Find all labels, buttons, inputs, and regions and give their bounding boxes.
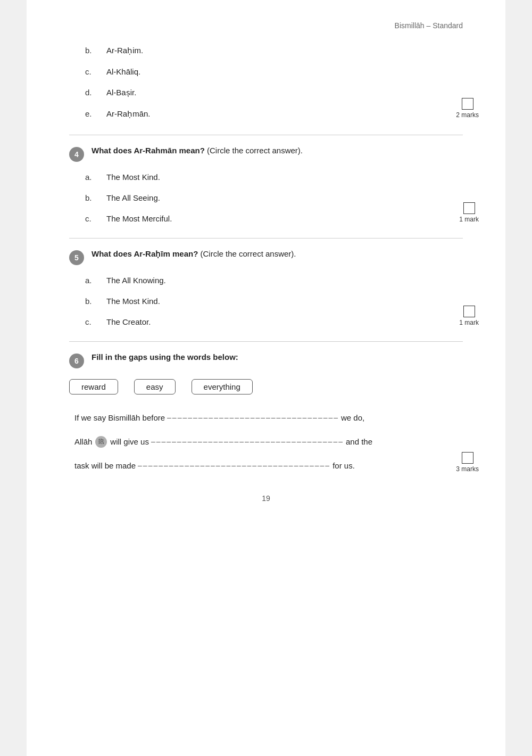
checkbox-list <box>462 98 473 110</box>
question-4-instruction: (Circle the correct answer). <box>205 146 303 155</box>
list-item: d. Al-Baṣir. <box>85 88 463 97</box>
page-number: 19 <box>262 494 270 503</box>
list-item: b. The All Seeing. <box>85 193 463 202</box>
question-6-text: Fill in the gaps using the words below: <box>92 352 238 361</box>
fill-line-3-dashes: ––––––––––––––––––––––––––––––––––––– <box>138 459 330 472</box>
question-5-section: 5 What does Ar-Raḥīm mean? (Circle the c… <box>69 249 463 326</box>
q5-option-text-c: The Creator. <box>106 317 151 326</box>
fill-line-3-after: for us. <box>332 458 355 473</box>
checkbox-q5 <box>463 306 475 317</box>
checkbox-q6 <box>462 452 473 464</box>
page-footer: 19 <box>69 494 463 503</box>
option-label-d: d. <box>85 88 106 97</box>
option-text-d: Al-Baṣir. <box>106 88 136 97</box>
fill-line-1: If we say Bismillāh before –––––––––––––… <box>74 410 463 425</box>
question-4-section: 4 What does Ar-Rahmān mean? (Circle the … <box>69 146 463 223</box>
question-5-header: 5 What does Ar-Raḥīm mean? (Circle the c… <box>69 249 463 265</box>
marks-label-q6: 3 marks <box>456 465 479 473</box>
q5-option-label-a: a. <box>85 276 106 285</box>
list-item: a. The All Knowing. <box>85 276 463 285</box>
word-chip-reward: reward <box>69 379 118 395</box>
q5-option-label-c: c. <box>85 317 106 326</box>
q4-options: a. The Most Kind. b. The All Seeing. c. … <box>85 172 463 223</box>
fill-line-1-before: If we say Bismillāh before <box>74 410 165 425</box>
list-item: c. The Creator. <box>85 317 463 326</box>
option-label-b: b. <box>85 46 106 55</box>
marks-box-q4: 1 mark <box>459 202 479 223</box>
question-6-section: 6 Fill in the gaps using the words below… <box>69 352 463 473</box>
fill-line-3-before: task will be made <box>74 458 136 473</box>
option-text-b: Ar-Raḥim. <box>106 46 143 55</box>
q4-option-label-a: a. <box>85 172 106 182</box>
fill-line-1-dashes: ––––––––––––––––––––––––––––––––– <box>167 411 339 424</box>
fill-line-2-after: and the <box>346 434 372 449</box>
q4-option-text-c: The Most Merciful. <box>106 214 172 223</box>
question-4-number: 4 <box>69 147 84 162</box>
question-4-header: 4 What does Ar-Rahmān mean? (Circle the … <box>69 146 463 162</box>
fill-line-3: task will be made ––––––––––––––––––––––… <box>74 458 463 473</box>
page: Bismillāh – Standard b. Ar-Raḥim. c. Al-… <box>27 0 505 756</box>
allah-icon: ﷺ <box>95 436 107 448</box>
marks-label-q4: 1 mark <box>459 216 479 223</box>
marks-label-q5: 1 mark <box>459 319 479 326</box>
question-6-header: 6 Fill in the gaps using the words below… <box>69 352 463 368</box>
word-chip-easy: easy <box>134 379 176 395</box>
question-6-number: 6 <box>69 354 84 368</box>
list-item: c. The Most Merciful. <box>85 214 463 223</box>
option-label-c: c. <box>85 67 106 76</box>
checkbox-q4 <box>463 202 475 214</box>
q5-option-text-b: The Most Kind. <box>106 297 160 306</box>
question-5-bold: What does Ar-Raḥīm mean? <box>92 249 198 258</box>
question-4-bold: What does Ar-Rahmān mean? <box>92 146 205 155</box>
q4-option-label-c: c. <box>85 214 106 223</box>
question-4-text: What does Ar-Rahmān mean? (Circle the co… <box>92 146 303 155</box>
question-5-instruction: (Circle the correct answer). <box>198 249 296 258</box>
marks-box-list: 2 marks <box>456 98 479 119</box>
word-bank: reward easy everything <box>69 379 463 395</box>
question-5-number: 5 <box>69 250 84 265</box>
list-item: e. Ar-Raḥmān. <box>85 109 463 119</box>
list-item: a. The Most Kind. <box>85 172 463 182</box>
marks-box-q6: 3 marks <box>456 452 479 473</box>
q5-option-text-a: The All Knowing. <box>106 276 166 285</box>
options-list-section: b. Ar-Raḥim. c. Al-Khāliq. d. Al-Baṣir. … <box>69 46 463 119</box>
question-6-bold: Fill in the gaps using the words below: <box>92 352 238 361</box>
fill-line-2-allah: Allāh <box>74 434 92 449</box>
page-header: Bismillāh – Standard <box>69 21 463 30</box>
fill-lines: If we say Bismillāh before –––––––––––––… <box>74 410 463 473</box>
list-item: b. Ar-Raḥim. <box>85 46 463 55</box>
option-label-e: e. <box>85 109 106 118</box>
header-title: Bismillāh – Standard <box>395 21 463 30</box>
q4-option-text-a: The Most Kind. <box>106 172 160 182</box>
options-list: b. Ar-Raḥim. c. Al-Khāliq. d. Al-Baṣir. … <box>85 46 463 119</box>
word-chip-everything: everything <box>192 379 253 395</box>
q5-options: a. The All Knowing. b. The Most Kind. c.… <box>85 276 463 326</box>
list-item: b. The Most Kind. <box>85 297 463 306</box>
fill-line-2-dashes: ––––––––––––––––––––––––––––––––––––– <box>151 435 344 448</box>
question-5-text: What does Ar-Raḥīm mean? (Circle the cor… <box>92 249 296 259</box>
marks-box-q5: 1 mark <box>459 306 479 326</box>
q4-option-text-b: The All Seeing. <box>106 193 160 202</box>
fill-line-2: Allāh ﷺ will give us –––––––––––––––––––… <box>74 434 463 449</box>
q5-option-label-b: b. <box>85 297 106 306</box>
q4-option-label-b: b. <box>85 193 106 202</box>
fill-line-2-middle: will give us <box>110 434 149 449</box>
list-item: c. Al-Khāliq. <box>85 67 463 76</box>
option-text-e: Ar-Raḥmān. <box>106 109 151 119</box>
option-text-c: Al-Khāliq. <box>106 67 140 76</box>
fill-line-1-after: we do, <box>341 410 364 425</box>
marks-label-list: 2 marks <box>456 111 479 119</box>
